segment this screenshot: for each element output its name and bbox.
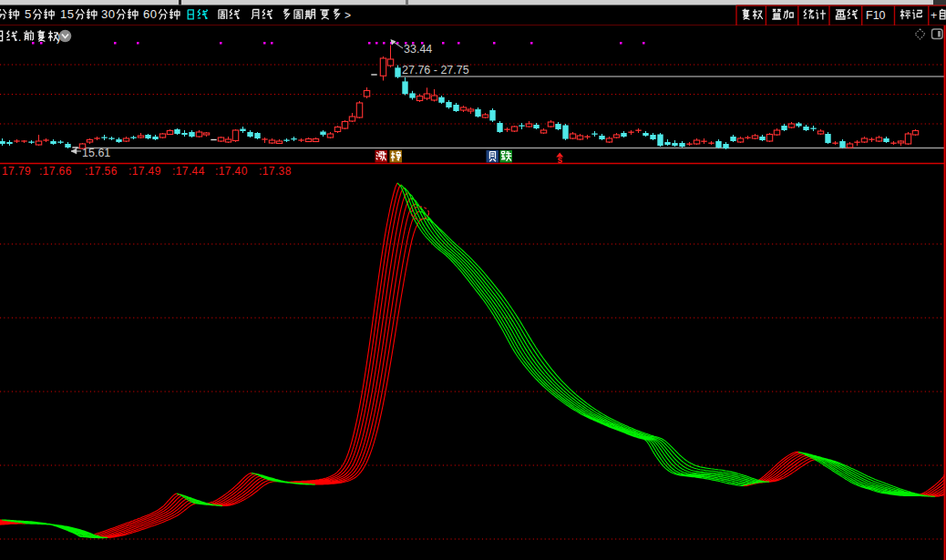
svg-text::17.56: :17.56 — [85, 165, 118, 178]
svg-text:17.79: 17.79 — [2, 165, 31, 178]
svg-text::17.38: :17.38 — [259, 165, 292, 178]
svg-text:27.76 - 27.75: 27.76 - 27.75 — [402, 64, 469, 76]
svg-text:5: 5 — [67, 7, 74, 21]
svg-text:F10: F10 — [866, 9, 886, 22]
svg-text::17.66: :17.66 — [39, 165, 72, 178]
svg-text::17.40: :17.40 — [215, 165, 248, 178]
svg-text:+: + — [931, 9, 937, 22]
svg-text:s: s — [558, 155, 563, 165]
svg-text:0: 0 — [108, 7, 115, 21]
svg-text:5: 5 — [25, 7, 31, 21]
svg-text:3: 3 — [101, 7, 108, 21]
svg-text:.: . — [18, 31, 21, 44]
svg-text:0: 0 — [150, 7, 157, 21]
svg-text:1: 1 — [60, 7, 67, 21]
svg-text:6: 6 — [143, 7, 149, 21]
svg-text:>: > — [344, 9, 351, 22]
svg-text::17.44: :17.44 — [172, 165, 205, 178]
svg-text:15.61: 15.61 — [82, 147, 110, 159]
svg-text::17.49: :17.49 — [129, 165, 161, 178]
